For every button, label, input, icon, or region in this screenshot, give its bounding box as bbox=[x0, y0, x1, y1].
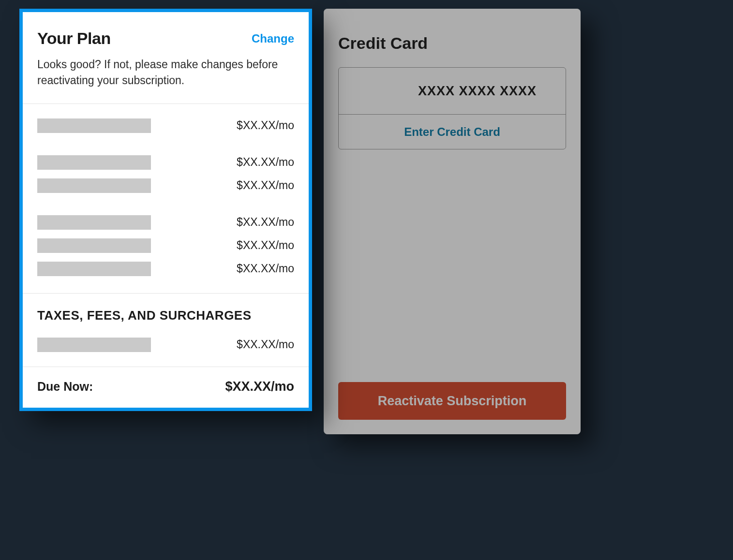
taxes-heading: TAXES, FEES, AND SURCHARGES bbox=[37, 308, 294, 323]
divider bbox=[23, 103, 309, 104]
line-item-price: $XX.XX/mo bbox=[237, 119, 294, 132]
plan-title: Your Plan bbox=[37, 29, 111, 48]
divider bbox=[23, 367, 309, 367]
divider bbox=[23, 293, 309, 294]
tax-item-price: $XX.XX/mo bbox=[237, 338, 294, 351]
credit-card-panel: Credit Card XXXX XXXX XXXX Enter Credit … bbox=[324, 9, 581, 434]
line-item-price: $XX.XX/mo bbox=[237, 156, 294, 169]
placeholder-label bbox=[37, 155, 151, 170]
placeholder-label bbox=[37, 178, 151, 193]
credit-card-masked-number: XXXX XXXX XXXX bbox=[339, 68, 566, 114]
line-item: $XX.XX/mo bbox=[37, 118, 294, 133]
credit-card-heading: Credit Card bbox=[338, 34, 566, 53]
line-item: $XX.XX/mo bbox=[37, 262, 294, 276]
line-item-price: $XX.XX/mo bbox=[237, 179, 294, 192]
line-items: $XX.XX/mo $XX.XX/mo $XX.XX/mo $XX.XX/mo … bbox=[37, 118, 294, 276]
plan-panel: Your Plan Change Looks good? If not, ple… bbox=[19, 9, 312, 411]
plan-subtitle: Looks good? If not, please make changes … bbox=[37, 57, 294, 89]
line-item-price: $XX.XX/mo bbox=[237, 239, 294, 252]
credit-card-box: XXXX XXXX XXXX Enter Credit Card bbox=[338, 67, 566, 149]
enter-credit-card-button[interactable]: Enter Credit Card bbox=[339, 114, 566, 149]
line-item-price: $XX.XX/mo bbox=[237, 216, 294, 229]
tax-line-item: $XX.XX/mo bbox=[37, 338, 294, 352]
reactivate-subscription-button[interactable]: Reactivate Subscription bbox=[338, 382, 566, 420]
placeholder-label bbox=[37, 262, 151, 276]
line-item: $XX.XX/mo bbox=[37, 178, 294, 193]
placeholder-label bbox=[37, 118, 151, 133]
due-now-label: Due Now: bbox=[37, 380, 93, 394]
placeholder-label bbox=[37, 238, 151, 253]
change-plan-link[interactable]: Change bbox=[252, 32, 294, 45]
line-item: $XX.XX/mo bbox=[37, 155, 294, 170]
line-item: $XX.XX/mo bbox=[37, 215, 294, 230]
placeholder-label bbox=[37, 215, 151, 230]
line-item: $XX.XX/mo bbox=[37, 238, 294, 253]
line-item-price: $XX.XX/mo bbox=[237, 262, 294, 275]
placeholder-label bbox=[37, 338, 151, 352]
due-now-value: $XX.XX/mo bbox=[225, 379, 294, 394]
